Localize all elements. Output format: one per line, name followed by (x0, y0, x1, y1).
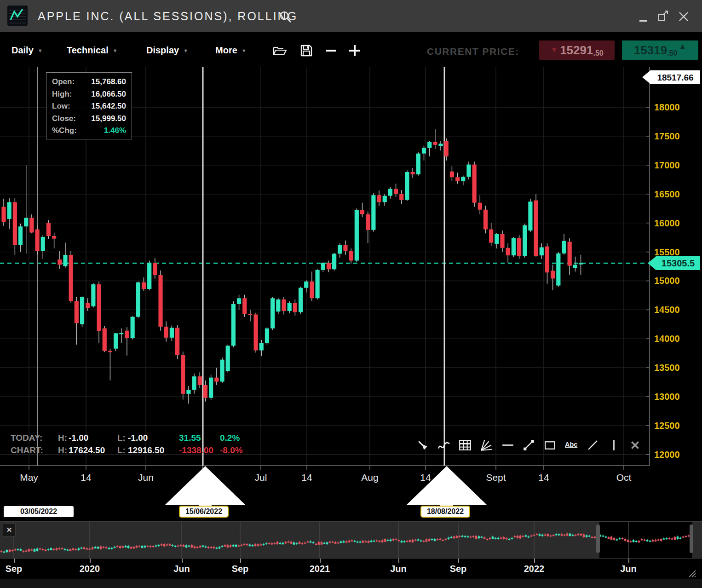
status-h-value: -1.00 (69, 433, 88, 443)
bid-price-badge: ▼ 15291 .50 (539, 40, 615, 60)
title-bar: APPLE INC. (ALL SESSIONS), ROLLING (0, 0, 702, 33)
chevron-down-icon: ▼ (242, 48, 247, 53)
text-abc-icon[interactable]: Abc (564, 438, 579, 453)
navigator-axis-label: Jun (173, 564, 190, 574)
y-axis-label: 16500 (654, 189, 680, 199)
vertical-line-icon[interactable] (607, 438, 621, 453)
menu-daily[interactable]: Daily▼ (12, 45, 43, 56)
cursor-arrow-icon[interactable] (415, 438, 430, 453)
navigator-handle-right[interactable] (690, 525, 693, 553)
navigator-axis-label: 2022 (524, 564, 545, 574)
ohlc-row: High:16,066.50 (52, 88, 126, 101)
menu-more[interactable]: More▼ (215, 45, 247, 56)
save-icon[interactable] (299, 43, 314, 58)
ohlc-label: Open: (52, 77, 75, 86)
status-l-label: L: (117, 433, 126, 443)
trend-line-icon[interactable] (522, 438, 536, 453)
x-axis-label: Jul (255, 472, 267, 483)
navigator-tick (320, 559, 321, 563)
status-change-value: 31.55 (179, 433, 201, 443)
navigator-close-button[interactable]: ✕ (3, 524, 16, 536)
popout-button[interactable] (657, 10, 670, 25)
date-pill: 03/05/2022 (4, 506, 74, 517)
bid-price-int: 15291 (560, 43, 593, 58)
status-l-value: 12916.50 (128, 445, 164, 455)
close-icon[interactable] (628, 438, 643, 453)
zoom-out-icon[interactable] (325, 44, 339, 59)
resize-grip-icon[interactable] (686, 569, 697, 581)
drawing-toolbar: Abc (415, 436, 643, 455)
fan-lines-icon[interactable] (479, 438, 494, 453)
minimize-button[interactable] (639, 20, 647, 22)
chevron-down-icon: ▼ (38, 48, 43, 53)
status-row-label: TODAY: (11, 433, 42, 443)
current-price-label: CURRENT PRICE: (427, 46, 519, 57)
status-percent-value: 0.2% (220, 433, 240, 443)
navigator-tick (534, 559, 535, 563)
up-arrow-marker (406, 466, 487, 510)
ohlc-value: 15,768.60 (91, 77, 126, 86)
ohlc-value: 15,642.50 (91, 102, 126, 111)
navigator-axis-label: Jun (390, 564, 407, 574)
x-axis-label: 14 (538, 472, 549, 483)
y-axis-label: 17500 (654, 131, 680, 141)
navigator-axis: Sep2020JunSep2021JunSep2022Jun (0, 559, 702, 579)
navigator-tick (182, 559, 183, 563)
y-axis-label: 16000 (654, 218, 680, 228)
ohlc-row: Close:15,999.50 (52, 113, 126, 125)
chevron-down-icon: ▼ (183, 48, 188, 53)
last-price-tag: 15305.5 (662, 258, 695, 268)
y-axis-label: 13000 (654, 392, 680, 402)
menu-technical[interactable]: Technical▼ (67, 45, 118, 56)
menu-display[interactable]: Display▼ (146, 45, 188, 56)
navigator-tick (14, 559, 15, 563)
open-file-icon[interactable] (272, 43, 287, 58)
grid-table-icon[interactable] (458, 438, 472, 453)
ohlc-row: Open:15,768.60 (52, 76, 126, 88)
price-tags: 18517.6615305.5 (642, 70, 700, 270)
y-axis-label: 14000 (654, 334, 680, 344)
ohlc-value: 15,999.50 (91, 114, 126, 123)
freehand-curve-icon[interactable] (437, 438, 451, 453)
navigator-tick (90, 559, 91, 563)
y-axis-label: 15500 (654, 247, 680, 257)
status-l-value: -1.00 (128, 433, 148, 443)
diagonal-line-icon[interactable] (586, 438, 600, 453)
zoom-in-icon[interactable] (348, 44, 363, 59)
navigator-tick (240, 559, 241, 563)
marker-arrows[interactable] (165, 466, 487, 510)
x-axis-label: 14 (420, 472, 431, 483)
rectangle-icon[interactable] (543, 438, 558, 453)
bottom-strip (0, 579, 702, 588)
y-axis-label: 14500 (654, 305, 680, 315)
x-axis-label: May (20, 472, 38, 483)
y-axis-label: 13500 (654, 363, 680, 373)
app-logo-icon (7, 6, 28, 26)
navigator-axis-label: Jun (620, 564, 637, 574)
navigator-handle-left[interactable] (596, 525, 600, 553)
status-row-label: CHART: (11, 445, 43, 455)
y-axis-label: 12000 (654, 450, 680, 460)
ohlc-label: Close: (52, 114, 76, 123)
ask-price-int: 15319 (634, 43, 667, 58)
search-icon[interactable] (279, 10, 293, 24)
navigator-axis-label: 2020 (80, 564, 100, 574)
horizontal-line-icon[interactable] (501, 438, 515, 453)
x-axis-label: Jun (138, 472, 154, 483)
x-axis-label: 14 (81, 472, 92, 483)
navigator-chart[interactable] (0, 522, 702, 558)
toolbar: Daily▼Technical▼Display▼More▼ CURRENT PR… (0, 32, 702, 67)
status-h-label: H: (58, 433, 67, 443)
price-down-arrow-icon: ▼ (550, 46, 558, 55)
bid-price-dec: .50 (593, 49, 603, 58)
ohlc-row: %Chg:1.46% (52, 125, 126, 137)
chevron-down-icon: ▼ (113, 48, 118, 53)
ohlc-label: %Chg: (52, 126, 77, 135)
navigator-tick (458, 559, 459, 563)
navigator-panel[interactable]: ✕ (0, 521, 702, 559)
close-button[interactable] (678, 11, 689, 24)
menu-label: Display (146, 45, 179, 55)
status-change-value: -1338.00 (179, 445, 213, 455)
navigator-tick (398, 559, 399, 563)
navigator-axis-label: Sep (6, 564, 23, 574)
